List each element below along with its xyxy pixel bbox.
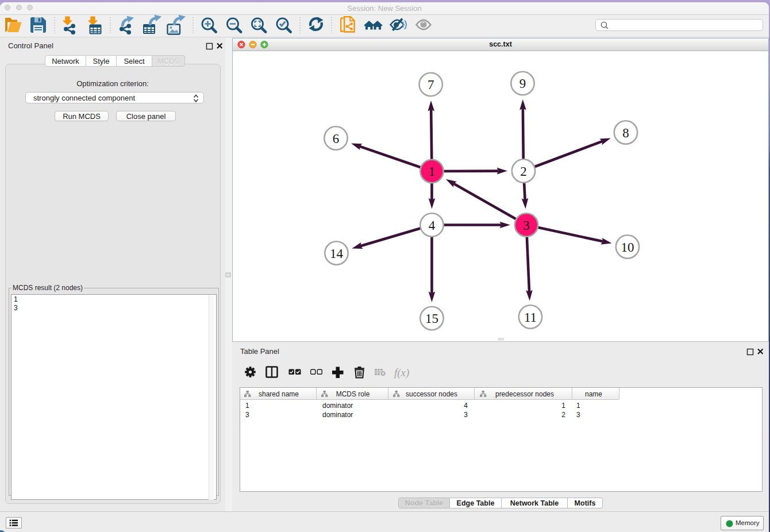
svg-text:MCDS role: MCDS role [336,390,370,398]
svg-text:successor nodes: successor nodes [406,390,457,398]
svg-text:3: 3 [464,411,468,419]
svg-text:dominator: dominator [322,402,353,410]
svg-text:2: 2 [520,164,527,179]
svg-text:3: 3 [576,411,580,419]
svg-text:predecessor nodes: predecessor nodes [495,390,554,398]
svg-text:7: 7 [428,78,434,92]
svg-text:1: 1 [429,164,436,179]
svg-text:6: 6 [333,132,340,146]
svg-text:1: 1 [576,402,580,410]
svg-text:3: 3 [245,411,249,419]
svg-text:8: 8 [622,126,629,140]
svg-text:11: 11 [524,310,537,325]
svg-text:3: 3 [523,218,530,233]
svg-text:4: 4 [429,218,436,233]
svg-text:1: 1 [245,402,249,410]
svg-text:14: 14 [330,246,344,261]
svg-text:name: name [585,390,602,398]
svg-text:shared name: shared name [259,390,299,398]
svg-text:2: 2 [561,411,565,419]
svg-text:15: 15 [425,311,438,326]
svg-text:dominator: dominator [322,411,353,419]
svg-text:9: 9 [519,76,526,91]
svg-text:f(x): f(x) [394,367,409,379]
svg-text:1: 1 [561,402,565,410]
svg-text:4: 4 [464,402,468,410]
svg-text:10: 10 [621,240,634,255]
